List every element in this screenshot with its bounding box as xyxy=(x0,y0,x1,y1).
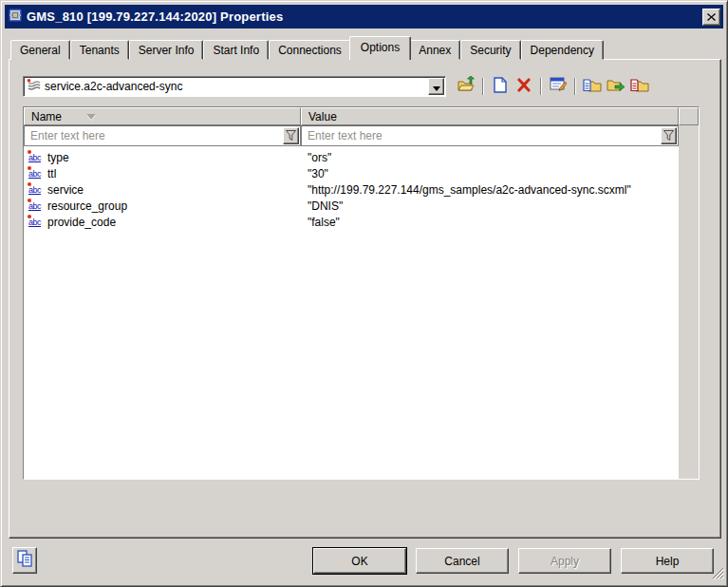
title-bar[interactable]: GMS_810 [199.79.227.144:2020] Properties xyxy=(5,5,723,28)
toolbar-separator xyxy=(482,78,484,95)
options-tab-page: service.a2c-advanced-sync xyxy=(9,59,721,539)
toolbar-separator xyxy=(540,78,542,95)
ok-button[interactable]: OK xyxy=(313,548,406,574)
option-name: type xyxy=(47,151,69,164)
option-row-service[interactable]: abcservice "http://199.79.227.144/gms_sa… xyxy=(24,181,679,198)
tab-options[interactable]: Options xyxy=(349,36,411,60)
abc-string-icon: abc xyxy=(28,168,44,180)
option-value: "30" xyxy=(301,167,679,180)
column-header-name-label: Name xyxy=(31,110,62,123)
open-folder-button[interactable] xyxy=(456,77,476,96)
abc-string-icon: abc xyxy=(28,217,44,228)
section-dropdown-value: service.a2c-advanced-sync xyxy=(45,80,424,93)
name-filter-input[interactable] xyxy=(25,129,283,142)
toolbar-separator xyxy=(574,78,576,95)
tab-connections[interactable]: Connections xyxy=(269,40,351,60)
apply-button: Apply xyxy=(518,548,611,574)
value-filter-cell xyxy=(301,125,679,146)
chevron-down-icon xyxy=(433,78,440,95)
close-x-icon xyxy=(707,11,716,23)
option-row-ttl[interactable]: abcttl "30" xyxy=(24,165,679,181)
tab-start-info[interactable]: Start Info xyxy=(203,40,269,60)
table-main: abctype "ors" abcttl "30" abcservice "ht… xyxy=(24,125,679,479)
abc-string-icon: abc xyxy=(28,152,44,163)
copy-pages-icon xyxy=(17,550,33,571)
tab-general[interactable]: General xyxy=(10,40,70,60)
option-value: "http://199.79.227.144/gms_samples/a2c-a… xyxy=(301,183,679,197)
import-options-button[interactable] xyxy=(582,77,603,96)
table-body: abctype "ors" abcttl "30" abcservice "ht… xyxy=(24,125,699,479)
new-option-button[interactable] xyxy=(490,77,511,96)
option-row-resource-group[interactable]: abcresource_group "DNIS" xyxy=(24,198,679,214)
cancel-button[interactable]: Cancel xyxy=(416,548,509,574)
section-stack-icon xyxy=(27,78,41,95)
option-value: "false" xyxy=(301,216,679,229)
window-title: GMS_810 [199.79.227.144:2020] Properties xyxy=(27,9,699,24)
section-toolbar-row: service.a2c-advanced-sync xyxy=(23,76,711,97)
option-name: resource_group xyxy=(47,199,127,213)
abc-string-icon: abc xyxy=(28,200,44,212)
close-button[interactable] xyxy=(702,9,720,26)
export-option-button[interactable] xyxy=(629,77,650,96)
abc-string-icon: abc xyxy=(28,184,44,196)
value-filter-input[interactable] xyxy=(302,129,661,142)
vertical-scrollbar-track[interactable] xyxy=(679,125,699,479)
option-value: "ors" xyxy=(301,151,679,164)
name-filter-button[interactable] xyxy=(283,127,299,144)
edit-window-pencil-icon xyxy=(550,77,567,96)
table-header-row: Name Value xyxy=(24,107,699,125)
delete-red-x-icon xyxy=(516,78,532,96)
resize-grip[interactable] xyxy=(712,566,724,583)
column-header-value[interactable]: Value xyxy=(301,107,679,125)
section-dropdown[interactable]: service.a2c-advanced-sync xyxy=(23,76,446,97)
dialog-buttons: OK Cancel Apply Help xyxy=(313,548,714,574)
option-name: provide_code xyxy=(47,216,116,229)
copy-button[interactable] xyxy=(12,547,37,574)
option-name: service xyxy=(47,183,84,197)
tab-server-info[interactable]: Server Info xyxy=(129,40,204,60)
export-options-button[interactable] xyxy=(606,77,626,96)
tab-annex[interactable]: Annex xyxy=(409,40,460,60)
option-row-type[interactable]: abctype "ors" xyxy=(24,149,679,165)
funnel-filter-icon xyxy=(286,127,296,144)
sort-arrow-down-icon xyxy=(86,114,96,120)
delete-option-button[interactable] xyxy=(513,77,534,96)
folder-up-arrow-icon xyxy=(457,76,476,97)
application-icon xyxy=(8,8,23,27)
options-toolbar xyxy=(456,77,650,96)
funnel-filter-icon xyxy=(663,127,674,144)
option-row-provide-code[interactable]: abcprovide_code "false" xyxy=(24,214,679,230)
tab-dependency[interactable]: Dependency xyxy=(521,40,604,60)
help-button[interactable]: Help xyxy=(621,548,714,574)
option-name: ttl xyxy=(47,167,56,180)
export-folder-green-arrow-icon xyxy=(607,77,625,97)
options-list: abctype "ors" abcttl "30" abcservice "ht… xyxy=(24,146,679,479)
name-filter-cell xyxy=(24,125,301,146)
column-header-name[interactable]: Name xyxy=(24,107,301,125)
tab-strip: General Tenants Server Info Start Info C… xyxy=(10,39,604,60)
tab-tenants[interactable]: Tenants xyxy=(70,40,129,60)
option-value: "DNIS" xyxy=(301,199,679,213)
properties-dialog: GMS_810 [199.79.227.144:2020] Properties… xyxy=(0,0,728,587)
value-filter-button[interactable] xyxy=(661,127,677,144)
import-document-folder-icon xyxy=(583,77,602,97)
edit-option-button[interactable] xyxy=(548,77,569,96)
new-document-icon xyxy=(494,77,507,97)
column-header-value-label: Value xyxy=(308,110,337,123)
tab-security[interactable]: Security xyxy=(460,40,520,60)
export-folder-red-doc-icon xyxy=(630,77,649,97)
filter-row xyxy=(24,125,679,146)
column-header-stub xyxy=(679,107,699,125)
options-table: Name Value xyxy=(23,106,700,480)
dropdown-arrow-button[interactable] xyxy=(428,78,444,95)
